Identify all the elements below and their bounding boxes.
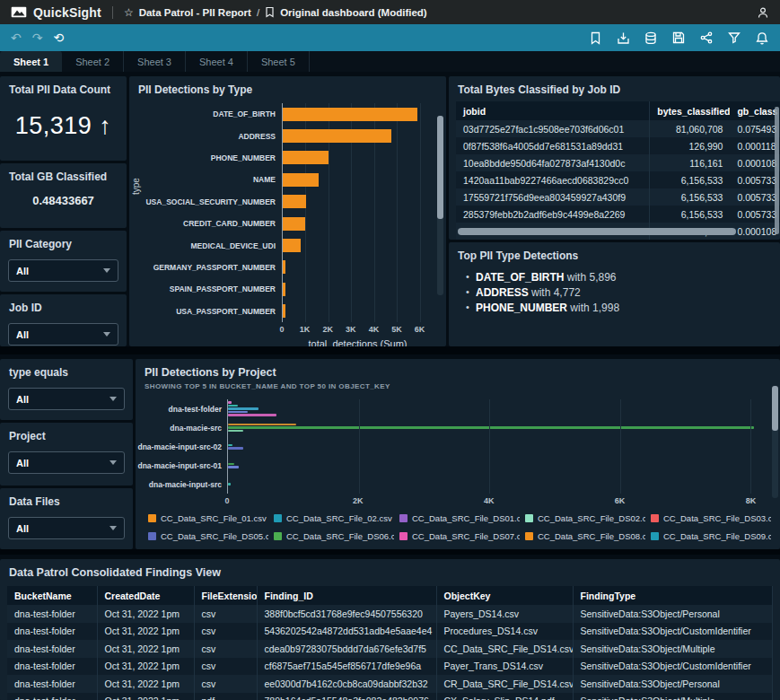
tab-sheet-2[interactable]: Sheet 2 — [62, 51, 124, 72]
bar[interactable] — [228, 463, 234, 466]
bar[interactable] — [283, 173, 319, 187]
bar[interactable] — [283, 304, 285, 318]
undo-icon[interactable]: ↶ — [11, 31, 22, 45]
column-header[interactable]: FileExtension — [194, 586, 257, 605]
vertical-scrollbar[interactable] — [437, 116, 443, 295]
bar[interactable] — [283, 108, 417, 121]
bar[interactable] — [228, 447, 243, 450]
bookmark-toolbar-icon[interactable] — [588, 31, 602, 45]
bar[interactable] — [283, 217, 305, 231]
column-header[interactable]: BucketName — [7, 586, 97, 605]
bar[interactable] — [228, 483, 231, 486]
scrollbar-thumb[interactable] — [772, 386, 778, 431]
reset-icon[interactable]: ⟲ — [53, 31, 64, 45]
legend-item[interactable]: CC_Data_SRC_File_DS03.csv — [651, 513, 771, 523]
project-dropdown[interactable]: All — [8, 451, 125, 474]
table-row[interactable]: dna-test-folderOct 31, 2022 1pmcsvcf6875… — [7, 658, 773, 676]
bar-cluster — [228, 418, 764, 437]
table-cell: Payers_DS14.csv — [436, 605, 573, 623]
bar[interactable] — [228, 411, 248, 414]
table-cell: pdf — [194, 693, 257, 700]
horizontal-scrollbar[interactable] — [458, 228, 736, 235]
tab-sheet-1[interactable]: Sheet 1 — [0, 51, 62, 72]
table-row[interactable]: 10ea8bdde950d64fa027873af4130d0c116,1610… — [456, 154, 780, 171]
table-row[interactable]: 0f87f538f6a4005dd7e681531a89dd31126,9900… — [456, 137, 780, 154]
legend-swatch-icon — [148, 514, 156, 522]
breadcrumb-dashboard-name[interactable]: Original dashboard (Modified) — [280, 7, 427, 18]
table-row[interactable]: dna-test-folderOct 31, 2022 1pmcsv543620… — [7, 623, 773, 641]
bar[interactable] — [228, 405, 238, 407]
table-cell: dna-test-folder — [7, 623, 97, 641]
quicksight-logo[interactable]: QuickSight — [11, 5, 101, 20]
legend-item[interactable]: CC_Data_SRC_File_DS01.csv — [399, 513, 520, 523]
legend-item[interactable]: CC_Data_SRC_File_DS09.csv — [651, 531, 771, 541]
table-row[interactable]: dna-test-folderOct 31, 2022 1pmcsv388f0b… — [7, 605, 773, 623]
bar[interactable] — [228, 401, 232, 404]
table-row[interactable]: 1420aa11bab9227466aecd0683829cc06,156,53… — [456, 171, 780, 188]
table-cell: csv — [194, 623, 257, 641]
table-row[interactable]: 285379febb2b2adf6eb9c4499e8a22696,156,53… — [456, 206, 780, 223]
legend-item[interactable]: CC_Data_SRC_File_02.csv — [274, 513, 394, 523]
legend-item[interactable]: CC_Data_SRC_File_DS02.csv — [525, 513, 645, 523]
bell-icon[interactable] — [755, 31, 769, 45]
top-bar: QuickSight ☆ Data Patrol - PII Report / … — [0, 0, 780, 24]
type-equals-dropdown[interactable]: All — [8, 388, 125, 410]
pii-category-dropdown[interactable]: All — [8, 259, 118, 282]
bar[interactable] — [228, 466, 239, 468]
save-icon[interactable] — [671, 31, 686, 45]
column-header[interactable]: FindingType — [573, 586, 773, 605]
user-icon[interactable] — [757, 6, 769, 19]
table-header: jobidbytes_classifiedgb_class — [456, 101, 780, 120]
legend-item[interactable]: CC_Data_SRC_File_DS07.csv — [399, 531, 520, 541]
table-cell: 0.000108 — [730, 154, 780, 171]
dataset-icon[interactable] — [644, 31, 658, 45]
bar[interactable] — [228, 414, 276, 416]
column-header[interactable]: CreatedDate — [97, 586, 194, 605]
table-cell: Oct 31, 2022 1pm — [97, 693, 194, 700]
legend-item[interactable]: CC_Data_SRC_File_DS05.csv — [148, 531, 268, 541]
category-label: CREDIT_CARD_NUMBER — [145, 213, 282, 234]
table-row[interactable]: 17559721f756d9eea803459927a430f96,156,53… — [456, 188, 780, 206]
tab-sheet-5[interactable]: Sheet 5 — [248, 51, 310, 72]
filter-icon[interactable] — [727, 31, 741, 45]
data-files-dropdown[interactable]: All — [8, 517, 125, 539]
export-icon[interactable] — [616, 31, 630, 45]
bar[interactable] — [283, 151, 329, 164]
share-icon[interactable] — [699, 31, 714, 45]
redo-icon[interactable]: ↷ — [32, 31, 43, 45]
legend-item[interactable]: CC_Data_SRC_File_DS08.csv — [525, 531, 645, 541]
tab-sheet-4[interactable]: Sheet 4 — [186, 51, 248, 72]
legend-item[interactable]: CC_Data_SRC_File_01.csv — [148, 513, 268, 523]
tab-sheet-3[interactable]: Sheet 3 — [124, 51, 186, 72]
column-header[interactable]: ObjectKey — [436, 586, 573, 605]
table-row[interactable]: dna-test-folderOct 31, 2022 1pmcsvcdea0b… — [7, 640, 773, 658]
table-row[interactable]: dna-test-folderOct 31, 2022 1pmpdf789b16… — [7, 693, 773, 700]
column-header[interactable]: Finding_ID — [257, 586, 436, 605]
table-row[interactable]: dna-test-folderOct 31, 2022 1pmcsvee0300… — [7, 675, 773, 693]
column-header[interactable]: bytes_classified — [650, 101, 731, 120]
bar[interactable] — [283, 129, 391, 143]
vertical-scrollbar[interactable] — [772, 386, 778, 498]
chart-area: type DATE_OF_BIRTHADDRESSPHONE_NUMBERNAM… — [129, 98, 446, 346]
bar[interactable] — [283, 260, 285, 274]
quicksight-app: QuickSight ☆ Data Patrol - PII Report / … — [0, 0, 780, 700]
bar[interactable] — [228, 430, 243, 433]
legend-item[interactable]: CC_Data_SRC_File_DS06.csv — [274, 531, 394, 541]
list-item: ADDRESS with 4,772 — [476, 286, 780, 299]
scrollbar-thumb[interactable] — [437, 116, 443, 219]
breadcrumb-report-name[interactable]: Data Patrol - PII Report — [139, 7, 251, 18]
bar[interactable] — [283, 283, 285, 296]
bar[interactable] — [228, 424, 296, 426]
bar[interactable] — [283, 195, 306, 208]
column-header[interactable]: jobid — [456, 101, 650, 120]
bar[interactable] — [283, 239, 301, 252]
bar[interactable] — [228, 444, 232, 447]
bar[interactable] — [228, 426, 754, 429]
job-id-dropdown[interactable]: All — [8, 323, 118, 346]
column-header[interactable]: gb_class — [730, 101, 780, 120]
table-row[interactable]: 03d7725e27fac1c9508ee703f6d06c0181,060,7… — [456, 120, 780, 137]
star-icon[interactable]: ☆ — [124, 6, 134, 19]
bar[interactable] — [228, 407, 259, 410]
category-label: dna-macie-input-src-01 — [145, 456, 227, 475]
vertical-scrollbar[interactable] — [775, 107, 779, 234]
